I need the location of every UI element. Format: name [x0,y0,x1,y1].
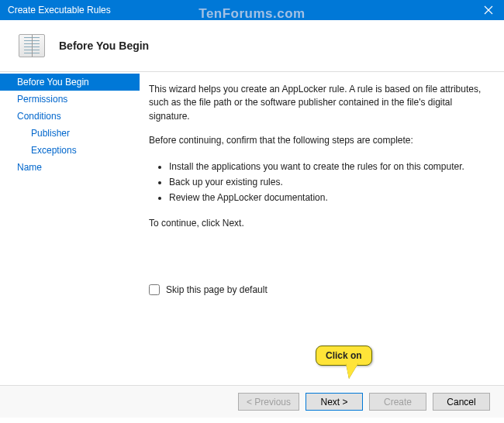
list-item: Install the applications you want to cre… [169,159,487,174]
skip-label: Skip this page by default [166,284,268,295]
header-pane: Before You Begin [0,20,504,72]
close-icon[interactable] [473,0,504,20]
content-pane: This wizard helps you create an AppLocke… [140,72,504,385]
sidebar-item-name[interactable]: Name [0,159,140,176]
list-item: Back up your existing rules. [169,174,487,190]
prereq-list: Install the applications you want to cre… [169,159,487,206]
footer: < Previous Next > Create Cancel [0,385,504,418]
skip-row: Skip this page by default [149,284,487,295]
confirm-text: Before continuing, confirm that the foll… [149,134,487,147]
previous-button: < Previous [238,393,299,411]
skip-checkbox[interactable] [149,284,160,295]
list-item: Review the AppLocker documentation. [169,190,487,205]
titlebar: Create Executable Rules [0,0,504,20]
next-button[interactable]: Next > [306,393,363,411]
create-button: Create [369,393,426,411]
sidebar-item-conditions[interactable]: Conditions [0,108,140,125]
page-title: Before You Begin [59,40,149,52]
sidebar-item-publisher[interactable]: Publisher [0,125,140,142]
sidebar: Before You Begin Permissions Conditions … [0,72,140,385]
wizard-body: Before You Begin Permissions Conditions … [0,72,504,385]
window-title: Create Executable Rules [8,5,111,15]
continue-text: To continue, click Next. [149,217,487,230]
sidebar-item-exceptions[interactable]: Exceptions [0,142,140,159]
intro-text: This wizard helps you create an AppLocke… [149,83,487,123]
rule-book-icon [19,34,45,57]
sidebar-item-before-you-begin[interactable]: Before You Begin [0,74,140,91]
sidebar-item-permissions[interactable]: Permissions [0,91,140,108]
cancel-button[interactable]: Cancel [433,393,490,411]
